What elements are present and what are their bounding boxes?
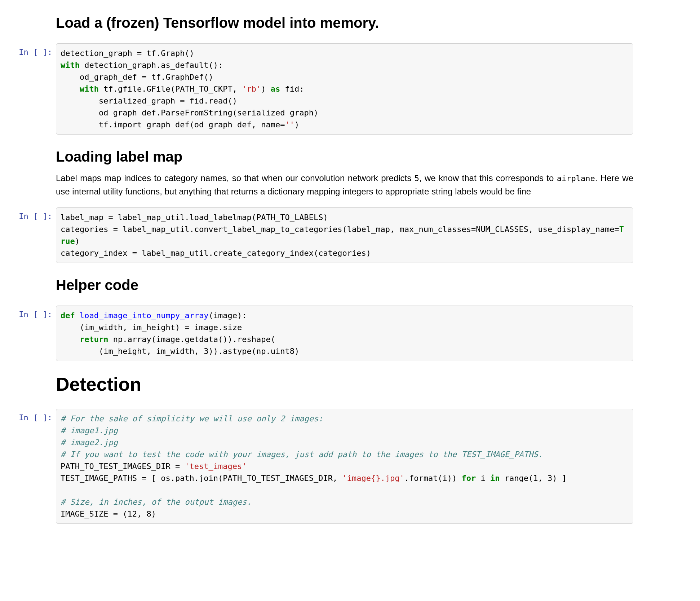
prompt-empty	[11, 266, 56, 303]
heading-label-map: Loading label map	[56, 148, 633, 165]
code-block[interactable]: label_map = label_map_util.load_labelmap…	[56, 207, 633, 263]
markdown-cell: Helper code	[11, 266, 633, 303]
input-prompt: In [ ]:	[11, 409, 56, 524]
code-cell[interactable]: In [ ]: def load_image_into_numpy_array(…	[11, 306, 633, 361]
markdown-cell: Loading label map Label maps map indices…	[11, 137, 633, 205]
heading-helper: Helper code	[56, 277, 633, 293]
code-block[interactable]: detection_graph = tf.Graph() with detect…	[56, 43, 633, 135]
prompt-empty	[11, 364, 56, 405]
code-block[interactable]: # For the sake of simplicity we will use…	[56, 409, 633, 524]
code-cell[interactable]: In [ ]: # For the sake of simplicity we …	[11, 409, 633, 524]
input-prompt: In [ ]:	[11, 306, 56, 361]
code-cell[interactable]: In [ ]: detection_graph = tf.Graph() wit…	[11, 43, 633, 135]
input-prompt: In [ ]:	[11, 207, 56, 263]
code-cell[interactable]: In [ ]: label_map = label_map_util.load_…	[11, 207, 633, 263]
markdown-cell: Detection	[11, 364, 633, 405]
heading-load-model: Load a (frozen) Tensorflow model into me…	[56, 14, 633, 31]
notebook: Load a (frozen) Tensorflow model into me…	[0, 0, 700, 548]
markdown-cell: Load a (frozen) Tensorflow model into me…	[11, 4, 633, 40]
heading-detection: Detection	[56, 374, 633, 395]
prompt-empty	[11, 137, 56, 205]
input-prompt: In [ ]:	[11, 43, 56, 135]
prompt-empty	[11, 4, 56, 40]
paragraph-label-map: Label maps map indices to category names…	[56, 171, 633, 198]
code-block[interactable]: def load_image_into_numpy_array(image): …	[56, 306, 633, 361]
